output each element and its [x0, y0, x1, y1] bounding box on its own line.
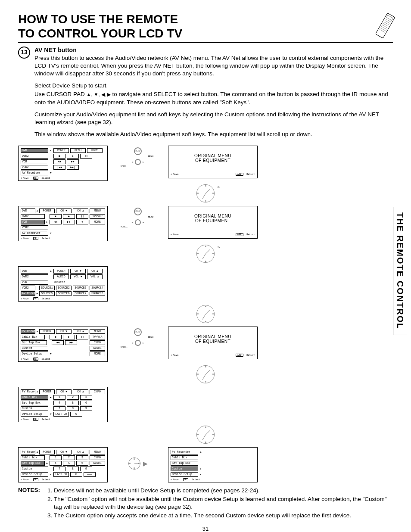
- svg-line-7: [381, 26, 386, 29]
- nav-cluster-2: MENU MENU ◀▶ MORE..: [121, 206, 155, 228]
- section-heading: AV NET button: [34, 47, 393, 53]
- title-rule: [18, 42, 393, 43]
- step-clock-4: [196, 365, 215, 383]
- paragraph-1: Press this button to access the Audio/Vi…: [34, 54, 393, 78]
- osd-panel-2: DVD▲POWERCH ▼CH ▲MENU DVD2■▶❙❙TV/VCR VCR…: [18, 206, 108, 241]
- step-number: 13: [18, 47, 30, 59]
- step-clock-3: [196, 305, 215, 323]
- step-clock-5: [196, 426, 215, 444]
- nav-cluster-4: MENU MENU ◀▶ MORE..: [121, 327, 155, 349]
- side-tab: THE REMOTE CONTROL: [393, 207, 407, 335]
- note-3: The Custom option only accepts one devic…: [54, 512, 393, 520]
- page-number: 31: [18, 526, 393, 532]
- cursor-arrows: ▲, ▼, ◀, ▶: [87, 92, 111, 97]
- osd-panel-5: PV Recorder▲POWERCH ▼CH ▲INFO Cable Box▶…: [18, 387, 108, 422]
- svg-line-6: [382, 25, 387, 28]
- menu-button-icon: MENU: [134, 147, 142, 155]
- notes-label: NOTES:: [18, 487, 40, 521]
- note-2: The "Custom" option will not be availabl…: [54, 495, 393, 511]
- paragraph-4: Customize your Audio/Video equipment lis…: [34, 111, 393, 126]
- svg-line-9: [380, 29, 385, 32]
- svg-line-4: [384, 22, 389, 25]
- paragraph-2: Select Device Setup to start.: [34, 82, 393, 90]
- notes-block: NOTES: Devices will not be available unt…: [18, 487, 393, 521]
- page-title-line2: TO CONTROL YOUR LCD TV: [18, 27, 393, 40]
- paragraph-5: This window shows the available Audio/Vi…: [34, 131, 393, 138]
- osd-panel-1: DVD▲POWERMENUMORE DVD2■▶❙❙ VCR◀◀▶▶ VCR2|…: [18, 146, 108, 181]
- nav-cluster-1: MENU MENU ◀▶ MORE..: [121, 146, 155, 168]
- svg-line-5: [383, 23, 388, 26]
- step-clock-2: 2x: [196, 245, 215, 263]
- paragraph-3: Use CURSOR PAD ▲, ▼, ◀, ▶ to navigate an…: [34, 90, 393, 106]
- original-menu-box-2: ORIGINAL MENUOF EQUIPMENT ✢MoveAVNET Ret…: [168, 206, 258, 239]
- osd-panel-6: PV Recorder▲POWERCH ▼CH ▲MENU Cable box1…: [18, 447, 108, 482]
- svg-rect-1: [386, 15, 393, 20]
- svg-line-3: [385, 20, 390, 23]
- osd-panel-6-right: PV Recorder▲ Cable Box Set Top Box Custo…: [168, 447, 258, 482]
- osd-panel-4: PV Recorder▲POWERCH ▼CH ▲MENU Cable Box■…: [18, 327, 108, 362]
- page-title-line1: HOW TO USE THE REMOTE: [18, 13, 393, 26]
- right-arrow-icon: ▶: [121, 447, 155, 470]
- original-menu-box-4: ORIGINAL MENUOF EQUIPMENT ✢MoveAVNET Ret…: [168, 327, 258, 359]
- note-1: Devices will not be available until Devi…: [54, 487, 393, 495]
- original-menu-box-1: ORIGINAL MENUOF EQUIPMENT ✢MoveAVNET Ret…: [168, 146, 258, 178]
- svg-line-8: [380, 28, 386, 31]
- osd-panel-3: DVD▲POWERCH ▼CH ▲ DVD2AUDIOVOL ▼VOL ▲ VC…: [18, 266, 108, 302]
- step-clock-1: 2x: [196, 184, 215, 202]
